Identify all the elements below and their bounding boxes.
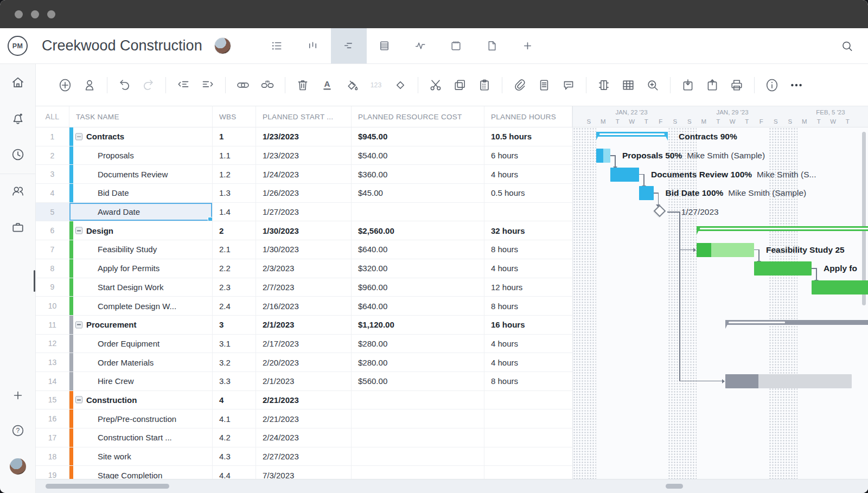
window-titlebar[interactable] [0, 0, 868, 28]
planned-hours-cell[interactable]: 32 hours [484, 221, 572, 240]
gantt-vertical-scrollbar[interactable] [862, 132, 866, 305]
planned-hours-cell[interactable]: 4 hours [484, 259, 572, 278]
planned-hours-cell[interactable]: 12 hours [484, 278, 572, 297]
table-horizontal-scrollbar[interactable] [46, 484, 169, 489]
summary-bar-gray[interactable] [725, 320, 868, 329]
indent-button[interactable] [200, 78, 215, 93]
task-name-cell[interactable]: Construction Start ... [69, 428, 213, 447]
planned-start-cell[interactable]: 1/26/2023 [256, 184, 352, 202]
task-name-cell[interactable]: Proposals [69, 146, 213, 165]
wbs-cell[interactable]: 2 [213, 221, 256, 240]
task-bar-gray[interactable] [725, 374, 852, 388]
export-button[interactable] [705, 78, 720, 93]
collapse-group-icon[interactable] [75, 227, 82, 234]
row-number[interactable]: 8 [36, 259, 69, 278]
zoom-in-button[interactable] [645, 78, 660, 93]
planned-hours-cell[interactable]: 8 hours [484, 372, 572, 390]
row-number[interactable]: 11 [36, 316, 69, 334]
planned-hours-cell[interactable] [484, 428, 572, 447]
planned-hours-cell[interactable]: 16 hours [484, 316, 572, 334]
row-number[interactable]: 2 [36, 146, 69, 165]
planned-cost-cell[interactable] [352, 428, 484, 447]
link-tasks-button[interactable] [235, 78, 251, 93]
row-number[interactable]: 17 [36, 428, 69, 447]
wbs-cell[interactable]: 3 [213, 316, 256, 334]
tab-activity-view[interactable] [403, 28, 438, 63]
planned-start-cell[interactable]: 2/27/2023 [256, 447, 352, 466]
user-profile-avatar[interactable] [10, 458, 26, 475]
task-bar-green[interactable] [812, 280, 868, 294]
task-name-cell[interactable]: Apply for Permits [69, 259, 213, 278]
planned-cost-cell[interactable]: $45.00 [352, 184, 484, 202]
import-button[interactable] [680, 78, 695, 93]
wbs-cell[interactable]: 2.4 [213, 297, 256, 315]
planned-start-cell[interactable]: 2/1/2023 [256, 372, 352, 390]
tab-calendar-view[interactable] [438, 28, 474, 63]
planned-cost-cell[interactable] [352, 409, 484, 428]
sidebar-item-portfolio[interactable] [10, 219, 26, 235]
more-button[interactable] [789, 78, 804, 93]
planned-cost-cell[interactable]: $945.00 [352, 127, 484, 146]
planned-start-cell[interactable]: 2/21/2023 [256, 391, 352, 409]
sidebar-scrollbar-thumb[interactable] [34, 270, 35, 292]
fill-color-button[interactable] [344, 78, 359, 93]
row-number[interactable]: 14 [36, 372, 69, 390]
planned-start-cell[interactable]: 1/27/2023 [256, 203, 352, 221]
tab-gantt-view[interactable] [331, 28, 367, 63]
undo-button[interactable] [117, 78, 132, 92]
wbs-cell[interactable]: 2.1 [213, 240, 256, 259]
row-number[interactable]: 4 [36, 184, 69, 202]
project-owner-avatar[interactable] [214, 37, 231, 54]
wbs-cell[interactable]: 1.3 [213, 184, 256, 202]
outdent-button[interactable] [176, 78, 191, 93]
close-window-button[interactable] [15, 10, 23, 18]
search-button[interactable] [840, 39, 854, 53]
planned-cost-cell[interactable]: $2,560.00 [352, 221, 484, 240]
summary-bar-blue[interactable] [596, 132, 668, 141]
row-number[interactable]: 3 [36, 165, 69, 183]
paste-button[interactable] [477, 78, 492, 93]
selection-drag-handle[interactable] [208, 217, 213, 221]
tab-docs-view[interactable] [474, 28, 510, 63]
planned-hours-cell[interactable]: 4 hours [484, 353, 572, 372]
task-name-cell[interactable]: Complete Design W... [69, 297, 213, 315]
wbs-cell[interactable]: 3.3 [213, 372, 256, 390]
wbs-cell[interactable]: 1.2 [213, 165, 256, 183]
column-header-planned-start[interactable]: PLANNED START ... [256, 106, 352, 127]
planned-hours-cell[interactable] [484, 391, 572, 409]
planned-cost-cell[interactable] [352, 203, 484, 221]
planned-hours-cell[interactable]: 4 hours [484, 335, 572, 353]
planned-start-cell[interactable]: 2/17/2023 [256, 335, 352, 353]
task-name-cell[interactable]: Award Date [69, 203, 213, 221]
planned-start-cell[interactable]: 1/23/2023 [256, 127, 352, 146]
wbs-cell[interactable]: 1.4 [213, 203, 256, 221]
task-bar-blue[interactable] [610, 168, 639, 182]
print-button[interactable] [729, 78, 744, 93]
task-name-cell[interactable]: Documents Review [69, 165, 213, 183]
tab-add-view[interactable] [510, 28, 546, 63]
planned-start-cell[interactable]: 1/30/2023 [256, 221, 352, 240]
planned-start-cell[interactable]: 2/1/2023 [256, 316, 352, 334]
task-name-cell[interactable]: Order Materials [69, 353, 213, 372]
row-number[interactable]: 15 [36, 391, 69, 409]
planned-hours-cell[interactable] [484, 203, 572, 221]
planned-cost-cell[interactable] [352, 391, 484, 409]
task-name-cell[interactable]: Start Design Work [69, 278, 213, 297]
planned-hours-cell[interactable]: 8 hours [484, 240, 572, 259]
planned-cost-cell[interactable]: $1,120.00 [352, 316, 484, 334]
tab-board-view[interactable] [295, 28, 331, 63]
milestone-button[interactable] [393, 78, 408, 93]
sidebar-item-timesheet[interactable] [10, 146, 26, 163]
task-bar-green[interactable] [754, 261, 812, 276]
planned-hours-cell[interactable] [484, 447, 572, 466]
wbs-cell[interactable]: 3.1 [213, 335, 256, 353]
sidebar-item-notifications[interactable] [10, 110, 26, 126]
planned-hours-cell[interactable]: 4 hours [484, 165, 572, 183]
assign-user-button[interactable] [82, 78, 97, 93]
wbs-cell[interactable]: 1.1 [213, 146, 256, 165]
wbs-cell[interactable]: 4.1 [213, 409, 256, 428]
wbs-cell[interactable]: 2.2 [213, 259, 256, 278]
row-number[interactable]: 16 [36, 409, 69, 428]
planned-start-cell[interactable]: 2/3/2023 [256, 259, 352, 278]
collapse-group-icon[interactable] [75, 321, 82, 328]
